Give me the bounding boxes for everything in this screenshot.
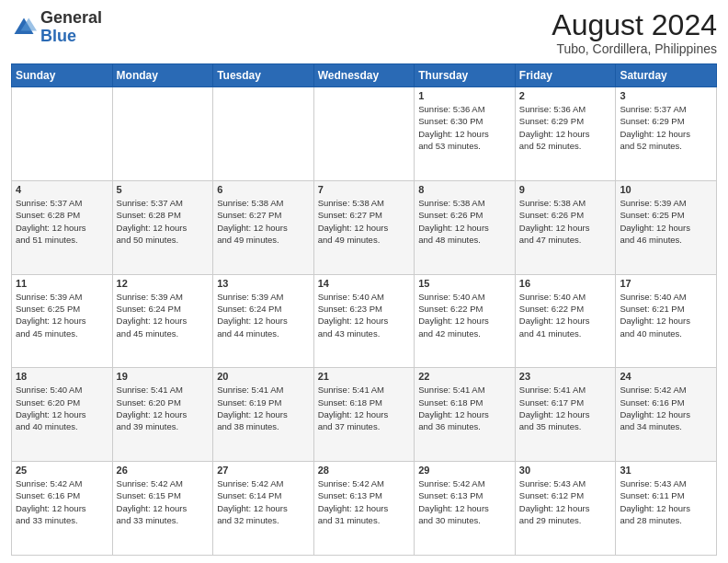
day-header-sunday: Sunday <box>12 64 113 87</box>
day-info: Sunrise: 5:37 AM Sunset: 6:29 PM Dayligh… <box>620 103 712 152</box>
day-info: Sunrise: 5:41 AM Sunset: 6:20 PM Dayligh… <box>117 384 210 432</box>
calendar-cell: 14Sunrise: 5:40 AM Sunset: 6:23 PM Dayli… <box>313 274 415 368</box>
calendar-cell: 7Sunrise: 5:38 AM Sunset: 6:27 PM Daylig… <box>313 180 415 274</box>
location: Tubo, Cordillera, Philippines <box>552 41 717 56</box>
day-info: Sunrise: 5:39 AM Sunset: 6:25 PM Dayligh… <box>16 291 108 339</box>
calendar-cell: 28Sunrise: 5:42 AM Sunset: 6:13 PM Dayli… <box>313 462 415 556</box>
logo-icon <box>11 15 37 40</box>
day-info: Sunrise: 5:42 AM Sunset: 6:14 PM Dayligh… <box>217 477 310 526</box>
day-number: 7 <box>318 184 411 195</box>
day-info: Sunrise: 5:38 AM Sunset: 6:27 PM Dayligh… <box>318 197 411 246</box>
day-info: Sunrise: 5:40 AM Sunset: 6:22 PM Dayligh… <box>418 291 511 339</box>
day-number: 28 <box>318 465 411 476</box>
calendar-cell: 30Sunrise: 5:43 AM Sunset: 6:12 PM Dayli… <box>515 462 616 556</box>
day-number: 14 <box>318 278 411 289</box>
month-year: August 2024 <box>552 9 717 41</box>
day-number: 19 <box>117 371 210 382</box>
calendar-cell: 17Sunrise: 5:40 AM Sunset: 6:21 PM Dayli… <box>616 274 717 368</box>
title-block: August 2024 Tubo, Cordillera, Philippine… <box>552 9 717 56</box>
calendar-cell: 12Sunrise: 5:39 AM Sunset: 6:24 PM Dayli… <box>112 274 213 368</box>
calendar-cell: 19Sunrise: 5:41 AM Sunset: 6:20 PM Dayli… <box>112 368 213 462</box>
day-info: Sunrise: 5:38 AM Sunset: 6:27 PM Dayligh… <box>217 197 310 246</box>
calendar-week-4: 18Sunrise: 5:40 AM Sunset: 6:20 PM Dayli… <box>12 368 717 462</box>
day-number: 10 <box>620 184 712 195</box>
calendar-cell: 16Sunrise: 5:40 AM Sunset: 6:22 PM Dayli… <box>515 274 616 368</box>
calendar-week-3: 11Sunrise: 5:39 AM Sunset: 6:25 PM Dayli… <box>12 274 717 368</box>
day-info: Sunrise: 5:41 AM Sunset: 6:19 PM Dayligh… <box>217 384 310 432</box>
day-number: 18 <box>16 371 108 382</box>
calendar-cell: 8Sunrise: 5:38 AM Sunset: 6:26 PM Daylig… <box>415 180 516 274</box>
day-info: Sunrise: 5:38 AM Sunset: 6:26 PM Dayligh… <box>519 197 612 246</box>
day-number: 24 <box>620 371 712 382</box>
day-number: 31 <box>620 465 712 476</box>
calendar-cell: 10Sunrise: 5:39 AM Sunset: 6:25 PM Dayli… <box>616 180 717 274</box>
calendar-cell: 3Sunrise: 5:37 AM Sunset: 6:29 PM Daylig… <box>616 87 717 181</box>
day-number: 20 <box>217 371 310 382</box>
calendar-cell: 5Sunrise: 5:37 AM Sunset: 6:28 PM Daylig… <box>112 180 213 274</box>
day-info: Sunrise: 5:42 AM Sunset: 6:16 PM Dayligh… <box>620 384 712 432</box>
calendar-week-5: 25Sunrise: 5:42 AM Sunset: 6:16 PM Dayli… <box>12 462 717 556</box>
day-number: 5 <box>117 184 210 195</box>
calendar-cell: 31Sunrise: 5:43 AM Sunset: 6:11 PM Dayli… <box>616 462 717 556</box>
day-number: 16 <box>519 278 612 289</box>
day-header-saturday: Saturday <box>616 64 717 87</box>
calendar-cell: 29Sunrise: 5:42 AM Sunset: 6:13 PM Dayli… <box>415 462 516 556</box>
day-number: 4 <box>16 184 108 195</box>
calendar-cell: 27Sunrise: 5:42 AM Sunset: 6:14 PM Dayli… <box>213 462 314 556</box>
day-number: 2 <box>519 90 612 101</box>
day-number: 9 <box>519 184 612 195</box>
day-header-tuesday: Tuesday <box>213 64 314 87</box>
day-number: 11 <box>16 278 108 289</box>
day-number: 27 <box>217 465 310 476</box>
day-info: Sunrise: 5:40 AM Sunset: 6:22 PM Dayligh… <box>519 291 612 339</box>
day-number: 26 <box>117 465 210 476</box>
day-number: 6 <box>217 184 310 195</box>
day-info: Sunrise: 5:37 AM Sunset: 6:28 PM Dayligh… <box>16 197 108 246</box>
logo: General Blue <box>11 9 102 46</box>
day-number: 22 <box>418 371 511 382</box>
day-info: Sunrise: 5:36 AM Sunset: 6:30 PM Dayligh… <box>418 103 511 152</box>
day-header-friday: Friday <box>515 64 616 87</box>
calendar-table: SundayMondayTuesdayWednesdayThursdayFrid… <box>11 63 717 556</box>
header: General Blue August 2024 Tubo, Cordiller… <box>11 9 717 56</box>
day-info: Sunrise: 5:36 AM Sunset: 6:29 PM Dayligh… <box>519 103 612 152</box>
calendar-week-1: 1Sunrise: 5:36 AM Sunset: 6:30 PM Daylig… <box>12 87 717 181</box>
day-info: Sunrise: 5:39 AM Sunset: 6:24 PM Dayligh… <box>217 291 310 339</box>
calendar-cell: 4Sunrise: 5:37 AM Sunset: 6:28 PM Daylig… <box>12 180 113 274</box>
page: General Blue August 2024 Tubo, Cordiller… <box>0 0 728 563</box>
calendar-cell: 21Sunrise: 5:41 AM Sunset: 6:18 PM Dayli… <box>313 368 415 462</box>
day-info: Sunrise: 5:40 AM Sunset: 6:20 PM Dayligh… <box>16 384 108 432</box>
day-number: 8 <box>418 184 511 195</box>
calendar-header-row: SundayMondayTuesdayWednesdayThursdayFrid… <box>12 64 717 87</box>
calendar-cell: 18Sunrise: 5:40 AM Sunset: 6:20 PM Dayli… <box>12 368 113 462</box>
day-number: 15 <box>418 278 511 289</box>
day-header-thursday: Thursday <box>415 64 516 87</box>
day-info: Sunrise: 5:43 AM Sunset: 6:11 PM Dayligh… <box>620 477 712 526</box>
day-info: Sunrise: 5:42 AM Sunset: 6:13 PM Dayligh… <box>318 477 411 526</box>
calendar-cell: 9Sunrise: 5:38 AM Sunset: 6:26 PM Daylig… <box>515 180 616 274</box>
calendar-cell: 26Sunrise: 5:42 AM Sunset: 6:15 PM Dayli… <box>112 462 213 556</box>
day-info: Sunrise: 5:43 AM Sunset: 6:12 PM Dayligh… <box>519 477 612 526</box>
day-info: Sunrise: 5:41 AM Sunset: 6:18 PM Dayligh… <box>418 384 511 432</box>
day-info: Sunrise: 5:39 AM Sunset: 6:24 PM Dayligh… <box>117 291 210 339</box>
day-info: Sunrise: 5:41 AM Sunset: 6:18 PM Dayligh… <box>318 384 411 432</box>
calendar-cell: 2Sunrise: 5:36 AM Sunset: 6:29 PM Daylig… <box>515 87 616 181</box>
day-info: Sunrise: 5:37 AM Sunset: 6:28 PM Dayligh… <box>117 197 210 246</box>
day-number: 1 <box>418 90 511 101</box>
day-info: Sunrise: 5:39 AM Sunset: 6:25 PM Dayligh… <box>620 197 712 246</box>
calendar-cell: 22Sunrise: 5:41 AM Sunset: 6:18 PM Dayli… <box>415 368 516 462</box>
day-number: 21 <box>318 371 411 382</box>
calendar-cell: 6Sunrise: 5:38 AM Sunset: 6:27 PM Daylig… <box>213 180 314 274</box>
calendar-cell: 15Sunrise: 5:40 AM Sunset: 6:22 PM Dayli… <box>415 274 516 368</box>
calendar-cell: 13Sunrise: 5:39 AM Sunset: 6:24 PM Dayli… <box>213 274 314 368</box>
day-number: 17 <box>620 278 712 289</box>
day-info: Sunrise: 5:41 AM Sunset: 6:17 PM Dayligh… <box>519 384 612 432</box>
day-header-monday: Monday <box>112 64 213 87</box>
calendar-cell: 24Sunrise: 5:42 AM Sunset: 6:16 PM Dayli… <box>616 368 717 462</box>
day-info: Sunrise: 5:40 AM Sunset: 6:23 PM Dayligh… <box>318 291 411 339</box>
day-info: Sunrise: 5:42 AM Sunset: 6:15 PM Dayligh… <box>117 477 210 526</box>
calendar-cell <box>112 87 213 181</box>
calendar-cell <box>313 87 415 181</box>
calendar-cell: 1Sunrise: 5:36 AM Sunset: 6:30 PM Daylig… <box>415 87 516 181</box>
calendar-cell: 20Sunrise: 5:41 AM Sunset: 6:19 PM Dayli… <box>213 368 314 462</box>
